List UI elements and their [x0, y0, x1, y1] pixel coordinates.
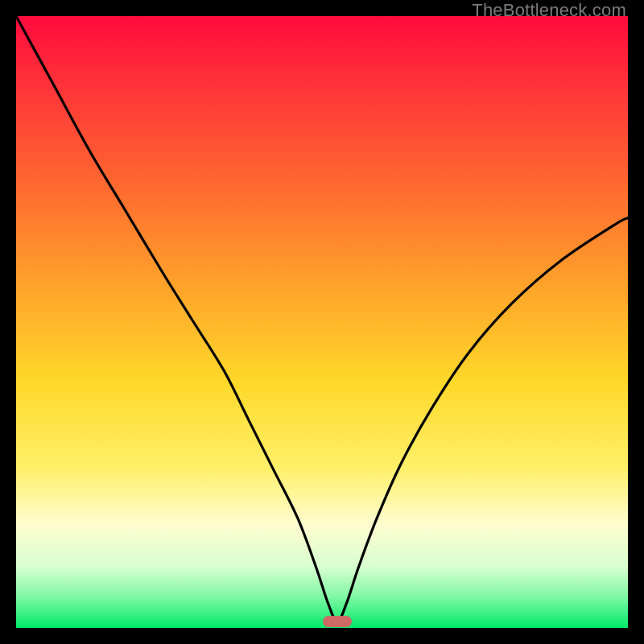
plot-area: [16, 16, 628, 628]
optimal-marker: [323, 616, 352, 627]
watermark-text: TheBottleneck.com: [472, 0, 626, 21]
bottleneck-curve: [16, 16, 628, 628]
chart-frame: TheBottleneck.com: [0, 0, 644, 644]
